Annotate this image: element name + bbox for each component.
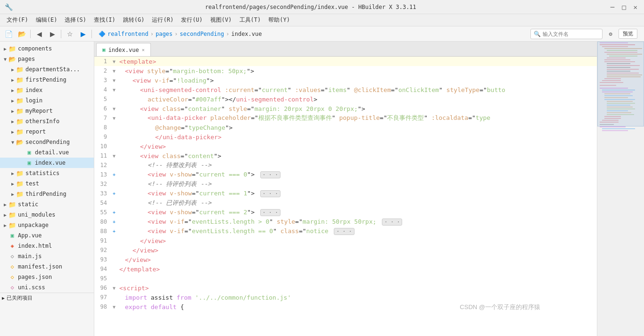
folder-icon: 📁: [16, 118, 24, 125]
tab-close-button[interactable]: ✕: [142, 47, 145, 52]
fold-button[interactable]: ▼: [111, 87, 117, 92]
menu-select[interactable]: 选择(S): [62, 15, 89, 25]
collapsed-indicator[interactable]: · · ·: [382, 218, 402, 226]
line-content: </uni-data-picker>: [117, 134, 597, 141]
sidebar-label: static: [18, 201, 92, 208]
sidebar-item-login[interactable]: ▶ 📁 login: [0, 95, 94, 106]
sidebar-item-detail-vue[interactable]: ▣ detail.vue: [0, 147, 94, 158]
sidebar-item-firstpending[interactable]: ▶ 📁 firstPending: [0, 75, 94, 85]
sidebar-item-pages[interactable]: ▼ 📂 pages: [0, 54, 94, 64]
menu-run[interactable]: 运行(R): [149, 15, 176, 25]
sidebar-label: pages: [18, 56, 92, 62]
sidebar-item-secondpending[interactable]: ▼ 📂 secondPending: [0, 137, 94, 147]
close-button[interactable]: ✕: [632, 3, 639, 11]
line-number: 6: [94, 105, 111, 112]
filter-button[interactable]: ⚙: [605, 29, 616, 39]
menu-view[interactable]: 视图(V): [207, 15, 235, 25]
fold-button[interactable]: ▼: [111, 78, 117, 83]
sidebar-item-main-js[interactable]: ◇ main.js: [0, 251, 94, 261]
forward-button[interactable]: ▶: [47, 28, 58, 40]
collapsed-indicator[interactable]: · · ·: [260, 171, 281, 178]
menu-jump[interactable]: 跳转(G): [120, 15, 148, 25]
fold-button[interactable]: +: [111, 210, 117, 215]
sidebar-item-report[interactable]: ▶ 📁 report: [0, 126, 94, 137]
fold-button[interactable]: ▼: [111, 153, 117, 159]
collapsed-indicator[interactable]: · · ·: [260, 209, 281, 216]
line-number: 54: [94, 200, 111, 206]
line-number: 91: [94, 237, 111, 244]
back-button[interactable]: ◀: [33, 28, 45, 40]
menu-publish[interactable]: 发行(U): [178, 15, 206, 25]
fold-button[interactable]: ▼: [111, 304, 117, 310]
sidebar-item-pages-json[interactable]: ◇ pages.json: [0, 272, 94, 282]
line-number: 2: [94, 67, 111, 74]
fold-button[interactable]: ▼: [111, 286, 117, 291]
toolbar-separator-3: [91, 30, 92, 38]
code-line-6: 6 ▼ <view class="container" style="margi…: [94, 104, 597, 113]
fold-button[interactable]: ▼: [111, 68, 117, 74]
new-file-button[interactable]: 📄: [3, 28, 14, 40]
file-search-box[interactable]: 🔍: [530, 29, 603, 39]
line-content: <!-- 待评价列表 -->: [117, 180, 597, 188]
bookmark-button[interactable]: ☆: [64, 28, 75, 40]
sidebar-item-index-html[interactable]: ◈ index.html: [0, 241, 94, 251]
sidebar-item-myreport[interactable]: ▶ 📁 myReport: [0, 106, 94, 116]
sidebar-item-static[interactable]: ▶ 📁 static: [0, 199, 94, 210]
sidebar-item-test[interactable]: ▶ 📁 test: [0, 178, 94, 189]
fold-button[interactable]: ▼: [111, 106, 117, 111]
open-folder-button[interactable]: 📂: [16, 28, 27, 40]
sidebar-item-index-vue[interactable]: ▣ index.vue: [0, 158, 94, 168]
run-button[interactable]: ▶: [77, 28, 89, 40]
line-number: 9: [94, 134, 111, 140]
fold-button[interactable]: ▼: [111, 59, 117, 64]
sidebar-item-uni-modules[interactable]: ▶ 📁 uni_modules: [0, 210, 94, 220]
sidebar-item-unpackage[interactable]: ▶ 📁 unpackage: [0, 220, 94, 230]
no-fold: [111, 276, 117, 281]
maximize-button[interactable]: □: [620, 3, 627, 11]
sidebar-item-thirdpending[interactable]: ▶ 📁 thirdPending: [0, 189, 94, 199]
menu-tools[interactable]: 工具(T): [237, 15, 264, 25]
collapsed-indicator[interactable]: · · ·: [334, 228, 354, 235]
sidebar-item-app-vue[interactable]: ▣ App.vue: [0, 230, 94, 241]
code-line-32: 32 <!-- 待评价列表 -->: [94, 179, 597, 189]
preview-button[interactable]: 预览: [619, 29, 637, 39]
sidebar-item-statistics[interactable]: ▶ 📁 statistics: [0, 168, 94, 178]
sidebar-item-components[interactable]: ▶ 📁 components: [0, 43, 94, 54]
sidebar-item-manifest-json[interactable]: ◇ manifest.json: [0, 261, 94, 272]
breadcrumb-pages[interactable]: pages: [156, 31, 173, 37]
sidebar-item-index-folder[interactable]: ▶ 📁 index: [0, 85, 94, 95]
toolbar-separator-1: [30, 30, 31, 38]
menu-file[interactable]: 文件(F): [4, 15, 31, 25]
breadcrumb-root[interactable]: realfrontend: [107, 31, 149, 37]
fold-button[interactable]: +: [111, 219, 117, 225]
fold-button[interactable]: ▼: [111, 116, 117, 121]
sidebar-label: detail.vue: [35, 149, 92, 156]
folder-open-icon: 📂: [16, 138, 24, 146]
minimize-button[interactable]: ─: [609, 3, 616, 11]
sidebar-label: uni_modules: [18, 211, 92, 218]
fold-button[interactable]: +: [111, 191, 117, 196]
menu-find[interactable]: 查找(I): [91, 15, 118, 25]
sidebar-item-othersinfo[interactable]: ▶ 📁 othersInfo: [0, 116, 94, 126]
tab-label: index.vue: [108, 47, 139, 53]
menu-edit[interactable]: 编辑(E): [33, 15, 60, 25]
code-editor[interactable]: 1 ▼ <template> 2 ▼ <view style="margin-b…: [94, 57, 597, 321]
folder-icon: 📁: [8, 201, 16, 208]
sidebar-item-uni-scss[interactable]: ◇ uni.scss: [0, 282, 94, 293]
file-search-input[interactable]: [543, 31, 599, 37]
fold-button[interactable]: +: [111, 172, 117, 177]
folder-icon: 📁: [16, 180, 24, 187]
line-content: <view v-show="current === 1"> · · ·: [117, 190, 597, 197]
line-number: 13: [94, 171, 111, 178]
breadcrumb-secondpending[interactable]: secondPending: [180, 31, 224, 37]
sidebar-item-departmentsta[interactable]: ▶ 📁 departmentSta...: [0, 64, 94, 75]
fold-button[interactable]: +: [111, 229, 117, 234]
menu-help[interactable]: 帮助(Y): [265, 15, 293, 25]
collapsed-indicator[interactable]: · · ·: [260, 190, 281, 197]
line-number: 97: [94, 294, 111, 301]
js-file-icon: ◇: [8, 252, 16, 260]
closed-projects-section[interactable]: ▶ 已关闭项目: [0, 293, 94, 303]
editor-main[interactable]: ▣ index.vue ✕ 1 ▼ <template> 2: [94, 42, 597, 336]
tab-index-vue[interactable]: ▣ index.vue ✕: [96, 43, 151, 56]
search-icon: 🔍: [534, 31, 541, 37]
